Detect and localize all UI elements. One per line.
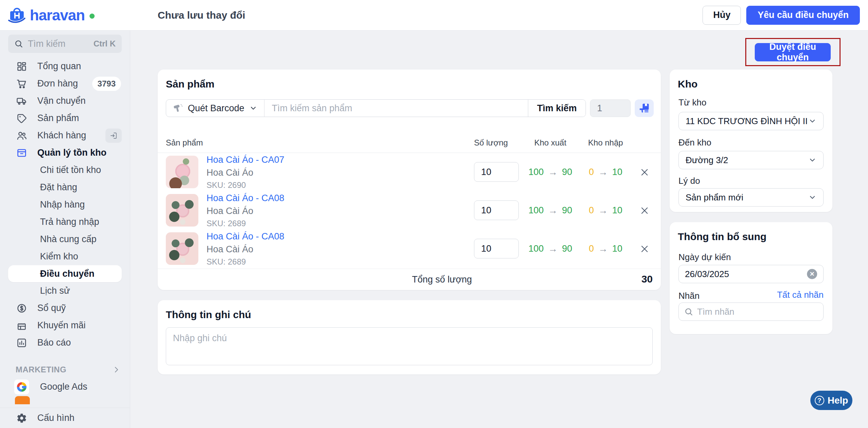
sidebar-item-tong-quan[interactable]: Tổng quan: [0, 58, 130, 75]
barcode-mode-dropdown[interactable]: Quét Barcode: [166, 100, 264, 117]
dollar-circle-icon: [16, 303, 28, 314]
stock-in-from: 0: [589, 244, 594, 254]
sidebar-item-google-ads[interactable]: Google Ads: [0, 378, 130, 395]
sidebar-subitem-lich-su[interactable]: Lịch sử: [0, 282, 130, 299]
row-quantity-input[interactable]: [474, 200, 519, 220]
tag-search-input[interactable]: [697, 307, 818, 317]
to-warehouse-value: Đường 3/2: [686, 155, 728, 166]
request-transfer-button[interactable]: Yêu cầu điều chuyển: [746, 6, 860, 25]
row-quantity-input[interactable]: [474, 239, 519, 258]
table-row: Hoa Cài Áo - CA08 Hoa Cài Áo SKU: 2689 1…: [158, 191, 661, 230]
sidebar-subitem-nha-cung-cap[interactable]: Nhà cung cấp: [0, 231, 130, 248]
remove-row-button[interactable]: [639, 205, 650, 216]
products-card: Sản phẩm Quét Barcode: [158, 70, 661, 290]
sidebar-item-cau-hinh[interactable]: Cấu hình: [0, 408, 130, 428]
product-name-link[interactable]: Hoa Cài Áo - CA08: [206, 193, 284, 203]
product-thumbnail: [166, 194, 198, 227]
product-search-input[interactable]: [264, 100, 528, 117]
sidebar-subitem-tra-hang-nhap[interactable]: Trả hàng nhập: [0, 213, 130, 231]
help-button[interactable]: ? Help: [810, 391, 852, 410]
from-warehouse-label: Từ kho: [678, 97, 706, 108]
stock-out-from: 100: [528, 205, 544, 216]
haravan-logo[interactable]: haravan: [7, 6, 95, 24]
sidebar-item-khach-hang[interactable]: Khách hàng: [0, 127, 130, 144]
quantity-multiplier-input[interactable]: [590, 99, 631, 117]
product-sku: SKU: 2689: [206, 219, 284, 228]
from-warehouse-select[interactable]: 11 KDC TRƯƠNG ĐÌNH HỘI III: [678, 112, 824, 130]
extra-info-card: Thông tin bổ sung Ngày dự kiến 26/03/202…: [670, 222, 832, 334]
truck-icon: [16, 96, 28, 106]
sidebar-item-label: Sổ quỹ: [37, 303, 66, 313]
sidebar-item-label: Quản lý tồn kho: [37, 148, 106, 158]
sidebar-item-don-hang[interactable]: Đơn hàng 3793: [0, 75, 130, 92]
customer-import-button[interactable]: [105, 129, 122, 143]
stock-in-change: 0 → 10: [589, 153, 622, 191]
sidebar-subitem-kiem-kho[interactable]: Kiểm kho: [0, 248, 130, 265]
sidebar-item-so-quy[interactable]: Sổ quỹ: [0, 299, 130, 317]
remove-row-button[interactable]: [639, 167, 650, 178]
table-header: Sản phẩm Số lượng Kho xuất Kho nhập: [158, 135, 661, 153]
sidebar-subitem-dat-hang[interactable]: Đặt hàng: [0, 179, 130, 196]
reason-label: Lý do: [678, 176, 700, 186]
chevron-down-icon: [808, 193, 816, 201]
sidebar-search-placeholder: Tìm kiếm: [28, 39, 89, 49]
row-quantity-input[interactable]: [474, 162, 519, 182]
stock-in-from: 0: [589, 205, 594, 216]
search-button[interactable]: Tìm kiếm: [528, 100, 586, 117]
sidebar-item-label: Báo cáo: [37, 337, 71, 348]
search-icon: [14, 39, 23, 48]
sidebar-subitem-chi-tiet-ton-kho[interactable]: Chi tiết tồn kho: [0, 161, 130, 179]
import-icon: [110, 132, 118, 140]
cancel-button[interactable]: Hủy: [703, 6, 741, 25]
total-row: Tổng số lượng 30: [158, 269, 661, 290]
sidebar-item-san-pham[interactable]: Sản phẩm: [0, 110, 130, 127]
product-rows: Hoa Cài Áo - CA07 Hoa Cài Áo SKU: 2690 1…: [158, 153, 661, 268]
products-card-title: Sản phẩm: [166, 78, 214, 90]
reason-value: Sản phẩm mới: [686, 192, 743, 203]
column-header-quantity: Số lượng: [474, 138, 508, 148]
stock-in-change: 0 → 10: [589, 230, 622, 268]
subitem-label: Đặt hàng: [40, 182, 77, 193]
sidebar-item-label: Tổng quan: [37, 61, 81, 72]
close-icon: [640, 206, 649, 215]
sidebar-subitem-dieu-chuyen[interactable]: Điều chuyển: [8, 265, 122, 282]
sidebar-item-van-chuyen[interactable]: Vận chuyển: [0, 92, 130, 110]
extra-info-card-title: Thông tin bổ sung: [678, 231, 767, 242]
approve-transfer-button[interactable]: Duyệt điều chuyển: [755, 43, 831, 61]
gear-icon: [16, 413, 28, 424]
notes-card-title: Thông tin ghi chú: [166, 309, 251, 320]
reason-select[interactable]: Sản phẩm mới: [678, 188, 824, 207]
chevron-right-icon[interactable]: [112, 366, 120, 374]
clear-date-button[interactable]: ✕: [807, 269, 817, 279]
remove-row-button[interactable]: [639, 244, 650, 254]
product-name-link[interactable]: Hoa Cài Áo - CA08: [206, 231, 284, 242]
arrow-right-icon: →: [598, 167, 608, 178]
product-name-link[interactable]: Hoa Cài Áo - CA07: [206, 155, 284, 165]
stock-out-to: 90: [562, 244, 572, 254]
close-icon: [640, 244, 649, 254]
all-tags-link[interactable]: Tất cả nhãn: [777, 290, 824, 300]
product-info: Hoa Cài Áo - CA07 Hoa Cài Áo SKU: 2690: [206, 153, 284, 191]
scan-product-button[interactable]: [635, 99, 654, 117]
subitem-label: Kiểm kho: [40, 251, 78, 262]
barcode-mode-label: Quét Barcode: [188, 103, 244, 114]
table-row: Hoa Cài Áo - CA08 Hoa Cài Áo SKU: 2689 1…: [158, 230, 661, 268]
note-textarea[interactable]: [166, 327, 653, 365]
stock-in-change: 0 → 10: [589, 191, 622, 230]
logo-wordmark: haravan: [30, 7, 85, 24]
sidebar-subitem-nhap-hang[interactable]: Nhập hàng: [0, 196, 130, 213]
sidebar-search-input[interactable]: Tìm kiếm Ctrl K: [8, 35, 122, 53]
warehouse-card-title: Kho: [678, 78, 697, 90]
expected-date-input[interactable]: 26/03/2025 ✕: [678, 265, 824, 283]
section-label: MARKETING: [16, 365, 66, 374]
product-search-group: Quét Barcode Tìm kiếm: [166, 99, 586, 117]
subitem-label: Chi tiết tồn kho: [40, 165, 101, 175]
clipped-app-icon: [15, 396, 30, 404]
stock-in-to: 10: [612, 205, 622, 216]
sidebar-item-khuyen-mai[interactable]: Khuyến mãi: [0, 317, 130, 334]
sidebar-item-bao-cao[interactable]: Báo cáo: [0, 334, 130, 351]
sidebar-item-quan-ly-ton-kho[interactable]: Quản lý tồn kho: [0, 144, 130, 161]
from-warehouse-value: 11 KDC TRƯƠNG ĐÌNH HỘI III: [686, 116, 808, 127]
to-warehouse-select[interactable]: Đường 3/2: [678, 151, 824, 169]
stock-out-change: 100 → 90: [528, 191, 572, 230]
